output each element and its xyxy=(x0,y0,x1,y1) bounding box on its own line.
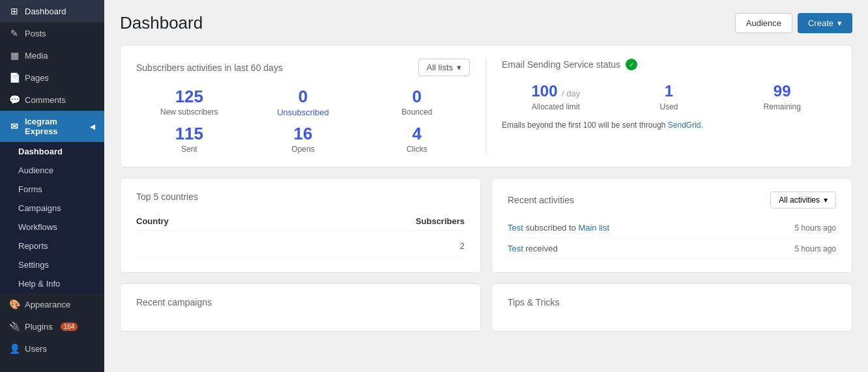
sidebar: ⊞ Dashboard ✎ Posts ▦ Media 📄 Pages 💬 Co… xyxy=(0,0,104,372)
main-content: Dashboard Audience Create ▾ Subscribers … xyxy=(104,0,868,372)
stat-label: Unsubscribed xyxy=(250,107,356,117)
sidebar-sub-label: Reports xyxy=(18,241,48,251)
sidebar-item-label: Posts xyxy=(25,29,46,38)
sendgrid-note-prefix: Emails beyond the first 100 will be sent… xyxy=(502,121,668,130)
stat-label: Sent xyxy=(136,145,242,154)
stat-new-subscribers: 125 New subscribers xyxy=(136,88,242,117)
sidebar-item-icegram-reports[interactable]: Reports xyxy=(0,236,104,255)
subscribers-section: Subscribers activities in last 60 days A… xyxy=(136,59,486,154)
sidebar-sub-label: Audience xyxy=(18,165,53,175)
email-stat-remaining: 99 Remaining xyxy=(728,82,836,111)
page-header: Dashboard Audience Create ▾ xyxy=(120,13,852,33)
sidebar-item-users[interactable]: 👤 Users xyxy=(0,337,104,360)
sidebar-item-icegram-express[interactable]: ✉ Icegram Express ◀ xyxy=(0,111,104,142)
posts-icon: ✎ xyxy=(9,28,20,38)
email-status-section: Email Sending Service status ✓ 100 / day… xyxy=(486,59,836,154)
countries-table-header: Country Subscribers xyxy=(136,212,465,231)
activity-link-main-list[interactable]: Main list xyxy=(578,223,609,233)
stat-number: 4 xyxy=(364,125,470,142)
sidebar-item-media[interactable]: ▦ Media xyxy=(0,44,104,66)
sidebar-item-icegram-dashboard[interactable]: Dashboard xyxy=(0,142,104,161)
sidebar-item-icegram-settings[interactable]: Settings xyxy=(0,255,104,274)
stat-label: Bounced xyxy=(364,107,470,117)
stat-clicks: 4 Clicks xyxy=(364,125,470,154)
activity-text: Test received xyxy=(508,244,782,253)
sidebar-item-label: Pages xyxy=(25,73,49,83)
stat-label: New subscribers xyxy=(136,107,242,117)
appearance-icon: 🎨 xyxy=(9,299,20,309)
sidebar-item-label: Users xyxy=(25,344,47,354)
activities-dropdown[interactable]: All activities ▾ xyxy=(770,192,836,208)
campaigns-tips-grid: Recent campaigns Tips & Tricks xyxy=(120,283,852,342)
activities-card: Recent activities All activities ▾ Test … xyxy=(491,178,852,273)
sidebar-sub-label: Dashboard xyxy=(18,147,63,156)
lists-dropdown-label: All lists xyxy=(427,63,453,72)
plugins-icon: 🔌 xyxy=(9,321,20,332)
list-item: Test subscribed to Main list 5 hours ago xyxy=(508,218,836,238)
sidebar-item-icegram-help[interactable]: Help & Info xyxy=(0,274,104,293)
sidebar-item-icegram-audience[interactable]: Audience xyxy=(0,161,104,180)
pages-icon: 📄 xyxy=(9,72,20,83)
sidebar-sub-label: Settings xyxy=(18,260,49,270)
activities-dropdown-arrow-icon: ▾ xyxy=(824,195,828,205)
activity-link-test-1[interactable]: Test xyxy=(508,223,523,233)
table-row: 2 xyxy=(136,236,465,257)
sidebar-item-icegram-workflows[interactable]: Workflows xyxy=(0,218,104,236)
activity-link-test-2[interactable]: Test xyxy=(508,244,523,253)
sidebar-item-posts[interactable]: ✎ Posts xyxy=(0,22,104,44)
stats-two-col: Subscribers activities in last 60 days A… xyxy=(136,59,836,154)
sendgrid-link[interactable]: SendGrid xyxy=(668,121,701,130)
stat-label: Opens xyxy=(250,145,356,154)
sidebar-item-pages[interactable]: 📄 Pages xyxy=(0,66,104,89)
recent-campaigns-title: Recent campaigns xyxy=(136,297,465,308)
sidebar-sub-label: Campaigns xyxy=(18,203,61,213)
countries-card: Top 5 countries Country Subscribers 2 xyxy=(120,178,481,273)
sidebar-item-plugins[interactable]: 🔌 Plugins 164 xyxy=(0,315,104,337)
sidebar-item-icegram-campaigns[interactable]: Campaigns xyxy=(0,199,104,218)
subscribers-col-header: Subscribers xyxy=(416,216,465,226)
sidebar-sub-label: Help & Info xyxy=(18,279,60,289)
lists-dropdown[interactable]: All lists ▾ xyxy=(418,59,470,76)
email-stat-allocated: 100 / day Allocated limit xyxy=(502,82,610,111)
activities-title: Recent activities xyxy=(508,195,574,205)
stat-bounced: 0 Bounced xyxy=(364,88,470,117)
tips-card: Tips & Tricks xyxy=(491,283,852,332)
sidebar-item-label: Media xyxy=(25,51,48,61)
stat-number: 0 xyxy=(250,88,356,105)
sidebar-item-dashboard[interactable]: ⊞ Dashboard xyxy=(0,0,104,22)
lists-dropdown-arrow-icon: ▾ xyxy=(457,63,461,72)
activity-time: 5 hours ago xyxy=(795,223,836,233)
email-stat-label: Used xyxy=(615,102,723,111)
email-stat-number: 99 xyxy=(774,82,791,100)
icegram-icon: ✉ xyxy=(9,121,20,132)
stat-number: 125 xyxy=(136,88,242,105)
stat-opens: 16 Opens xyxy=(250,125,356,154)
bottom-grid: Top 5 countries Country Subscribers 2 Re… xyxy=(120,178,852,283)
sendgrid-note: Emails beyond the first 100 will be sent… xyxy=(502,121,836,130)
page-title: Dashboard xyxy=(120,13,203,33)
sidebar-item-label: Comments xyxy=(25,95,66,105)
activity-text: Test subscribed to Main list xyxy=(508,223,782,233)
list-item: Test received 5 hours ago xyxy=(508,238,836,259)
icegram-arrow-icon: ◀ xyxy=(90,123,95,130)
create-button[interactable]: Create ▾ xyxy=(798,13,852,33)
dashboard-icon: ⊞ xyxy=(9,6,20,16)
sidebar-item-appearance[interactable]: 🎨 Appearance xyxy=(0,293,104,315)
icegram-express-label: Icegram Express xyxy=(25,117,85,136)
stat-label: Clicks xyxy=(364,145,470,154)
audience-button[interactable]: Audience xyxy=(735,13,792,33)
email-stat-number: 1 xyxy=(665,82,673,100)
sidebar-item-label: Plugins xyxy=(25,322,53,332)
sidebar-item-label: Dashboard xyxy=(25,7,66,16)
sidebar-item-comments[interactable]: 💬 Comments xyxy=(0,89,104,111)
email-stats-grid: 100 / day Allocated limit 1 Used 99 Rema… xyxy=(502,82,836,111)
comments-icon: 💬 xyxy=(9,94,20,105)
create-label: Create xyxy=(808,18,833,28)
activities-dropdown-label: All activities xyxy=(779,195,820,205)
activity-time: 5 hours ago xyxy=(795,244,836,253)
stat-number: 0 xyxy=(364,88,470,105)
sidebar-item-icegram-forms[interactable]: Forms xyxy=(0,180,104,199)
stat-sent: 115 Sent xyxy=(136,125,242,154)
email-stat-label: Allocated limit xyxy=(502,102,610,111)
countries-title: Top 5 countries xyxy=(136,192,465,202)
